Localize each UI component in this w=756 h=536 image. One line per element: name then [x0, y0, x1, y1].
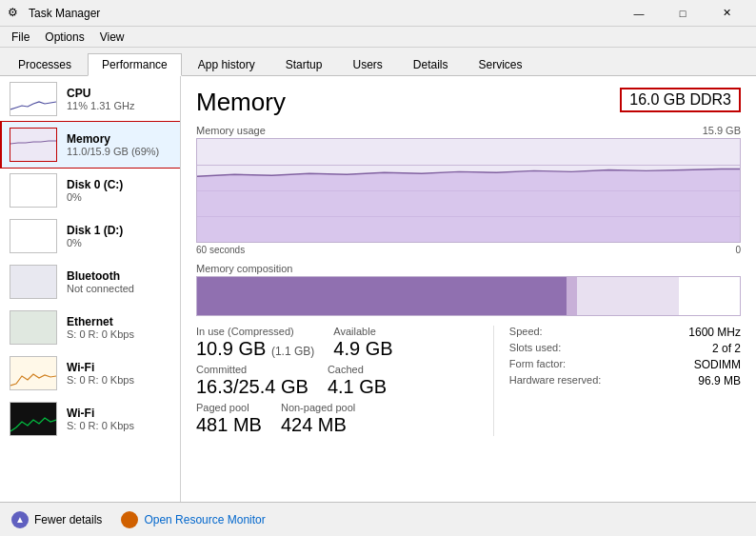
- tab-bar: Processes Performance App history Startu…: [0, 48, 756, 76]
- in-use-note: (1.1 GB): [271, 345, 314, 358]
- memory-label: Memory: [67, 132, 172, 146]
- main-layout: CPU 11% 1.31 GHz Memory 11.0/15.9 GB (69…: [0, 76, 756, 502]
- ethernet-detail: S: 0 R: 0 Kbps: [67, 328, 172, 340]
- cached-stat: Cached 4.1 GB: [328, 364, 387, 398]
- cpu-info: CPU 11% 1.31 GHz: [67, 87, 172, 111]
- wifi2-info: Wi-Fi S: 0 R: 0 Kbps: [67, 407, 172, 431]
- content-title: Memory: [196, 88, 286, 117]
- disk0-info: Disk 0 (C:) 0%: [67, 178, 172, 203]
- close-button[interactable]: ✕: [705, 0, 748, 27]
- in-use-value: 10.9 GB (1.1 GB): [196, 337, 314, 360]
- ethernet-mini-chart: [10, 311, 56, 344]
- tab-startup[interactable]: Startup: [271, 53, 337, 75]
- paged-stat: Paged pool 481 MB: [196, 402, 262, 436]
- wifi1-label: Wi-Fi: [67, 361, 172, 374]
- form-factor-label: Form factor:: [509, 358, 566, 371]
- non-paged-value: 424 MB: [281, 413, 355, 436]
- bluetooth-detail: Not connected: [67, 283, 172, 294]
- sidebar-item-memory[interactable]: Memory 11.0/15.9 GB (69%): [0, 122, 180, 168]
- paged-value: 481 MB: [196, 413, 262, 436]
- non-paged-stat: Non-paged pool 424 MB: [281, 402, 355, 436]
- stats-row-3: Paged pool 481 MB Non-paged pool 424 MB: [196, 402, 474, 436]
- memory-spec: 16.0 GB DDR3: [620, 88, 741, 112]
- bluetooth-thumbnail: [10, 265, 57, 299]
- disk0-mini-chart: [10, 174, 56, 207]
- comp-free: [679, 277, 740, 315]
- tab-performance[interactable]: Performance: [88, 53, 182, 76]
- svg-rect-4: [10, 266, 56, 298]
- tab-app-history[interactable]: App history: [184, 53, 269, 75]
- sidebar-item-disk1[interactable]: Disk 1 (D:) 0%: [0, 213, 180, 259]
- ethernet-thumbnail: [10, 310, 57, 345]
- ethernet-info: Ethernet S: 0 R: 0 Kbps: [67, 315, 172, 340]
- open-rm-button[interactable]: Open Resource Monitor: [121, 511, 265, 528]
- memory-usage-section: Memory usage 15.9 GB 60 seconds 0: [196, 125, 741, 255]
- cpu-mini-chart: [10, 83, 56, 115]
- open-rm-label: Open Resource Monitor: [144, 513, 265, 526]
- tab-details[interactable]: Details: [399, 53, 463, 75]
- fewer-details-button[interactable]: ▲ Fewer details: [11, 511, 102, 528]
- sidebar-item-wifi2[interactable]: Wi-Fi S: 0 R: 0 Kbps: [0, 396, 180, 442]
- memory-thumbnail: [10, 128, 57, 162]
- disk0-label: Disk 0 (C:): [67, 178, 172, 191]
- tab-services[interactable]: Services: [465, 53, 537, 75]
- disk1-thumbnail: [10, 219, 57, 253]
- cached-value: 4.1 GB: [328, 375, 387, 398]
- available-stat: Available 4.9 GB: [333, 326, 392, 360]
- sidebar-item-ethernet[interactable]: Ethernet S: 0 R: 0 Kbps: [0, 305, 180, 350]
- wifi2-mini-chart: [10, 403, 56, 435]
- available-label: Available: [333, 326, 392, 337]
- available-value: 4.9 GB: [333, 337, 392, 360]
- svg-marker-8: [197, 169, 740, 242]
- right-specs: Speed: 1600 MHz Slots used: 2 of 2 Form …: [493, 326, 741, 436]
- hw-reserved-value: 96.9 MB: [698, 374, 741, 387]
- disk0-thumbnail: [10, 173, 57, 208]
- comp-in-use: [197, 277, 567, 315]
- disk1-label: Disk 1 (D:): [67, 224, 172, 237]
- tab-users[interactable]: Users: [338, 53, 396, 75]
- wifi2-thumbnail: [10, 402, 57, 436]
- wifi1-mini-chart: [10, 357, 56, 389]
- svg-rect-6: [10, 357, 56, 389]
- cpu-label: CPU: [67, 87, 172, 100]
- sidebar-item-bluetooth[interactable]: Bluetooth Not connected: [0, 259, 180, 305]
- svg-rect-1: [10, 129, 56, 161]
- form-factor-value: SODIMM: [694, 358, 741, 371]
- left-stats: In use (Compressed) 10.9 GB (1.1 GB) Ava…: [196, 326, 474, 436]
- comp-standby: [577, 277, 679, 315]
- minimize-button[interactable]: —: [617, 0, 661, 27]
- wifi1-detail: S: 0 R: 0 Kbps: [67, 374, 172, 386]
- window-controls: — □ ✕: [617, 0, 748, 27]
- disk1-info: Disk 1 (D:) 0%: [67, 224, 172, 248]
- window-title: Task Manager: [29, 7, 617, 20]
- slots-value: 2 of 2: [712, 342, 741, 355]
- svg-rect-0: [10, 83, 56, 115]
- maximize-button[interactable]: □: [661, 0, 705, 27]
- menu-file[interactable]: File: [4, 29, 37, 46]
- speed-label: Speed:: [509, 326, 543, 339]
- fewer-details-icon: ▲: [11, 511, 29, 528]
- svg-rect-7: [10, 403, 56, 435]
- stats-row-1: In use (Compressed) 10.9 GB (1.1 GB) Ava…: [196, 326, 474, 360]
- wifi2-detail: S: 0 R: 0 Kbps: [67, 420, 172, 431]
- bluetooth-label: Bluetooth: [67, 269, 172, 283]
- menu-view[interactable]: View: [92, 29, 132, 46]
- menu-options[interactable]: Options: [37, 29, 91, 46]
- committed-stat: Committed 16.3/25.4 GB: [196, 364, 308, 398]
- in-use-label: In use (Compressed): [196, 326, 314, 337]
- sidebar-item-disk0[interactable]: Disk 0 (C:) 0%: [0, 168, 180, 213]
- wifi1-thumbnail: [10, 356, 57, 390]
- sidebar-item-wifi1[interactable]: Wi-Fi S: 0 R: 0 Kbps: [0, 350, 180, 396]
- sidebar-item-cpu[interactable]: CPU 11% 1.31 GHz: [0, 76, 180, 122]
- usage-label: Memory usage: [196, 125, 266, 136]
- hw-reserved-label: Hardware reserved:: [509, 374, 602, 387]
- composition-section: Memory composition: [196, 263, 741, 316]
- disk1-mini-chart: [10, 220, 56, 252]
- tab-processes[interactable]: Processes: [4, 53, 86, 75]
- fewer-details-label: Fewer details: [34, 513, 102, 526]
- cached-label: Cached: [328, 364, 387, 375]
- wifi2-label: Wi-Fi: [67, 407, 172, 420]
- stats-section: In use (Compressed) 10.9 GB (1.1 GB) Ava…: [196, 326, 741, 436]
- cpu-detail: 11% 1.31 GHz: [67, 100, 172, 111]
- slots-label: Slots used:: [509, 342, 561, 355]
